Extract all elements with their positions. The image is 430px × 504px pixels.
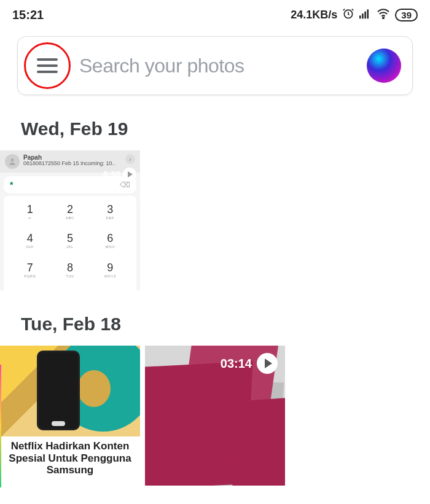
decorative-edge xyxy=(0,365,1,487)
search-bar-container: Search your photos xyxy=(17,36,413,95)
contact-subtitle: 081808172550 Feb 15 Incoming: 10.. xyxy=(23,161,122,167)
search-bar[interactable]: Search your photos xyxy=(17,36,413,95)
wifi-icon xyxy=(377,8,390,22)
photo-thumbnail[interactable]: Netflix Hadirkan Konten Spesial Untuk Pe… xyxy=(0,346,140,486)
video-thumbnail[interactable]: 03:14 xyxy=(145,346,285,486)
date-header: Tue, Feb 18 xyxy=(21,314,430,335)
svg-point-5 xyxy=(383,17,384,18)
status-speed: 24.1KB/s xyxy=(291,9,337,21)
highlight-circle xyxy=(24,42,71,89)
svg-rect-3 xyxy=(365,12,367,19)
svg-point-6 xyxy=(11,158,14,161)
svg-rect-2 xyxy=(362,14,364,18)
news-headline: Netflix Hadirkan Konten Spesial Untuk Pe… xyxy=(0,436,140,486)
play-icon xyxy=(123,168,136,181)
dialer-keypad: 1∞ 2ABC 3DEF 4GHI 5JKL 6MNO 7PQRS 8TUV 9… xyxy=(4,196,136,290)
svg-rect-1 xyxy=(359,15,361,18)
thumb-row: Netflix Hadirkan Konten Spesial Untuk Pe… xyxy=(0,346,430,486)
backspace-icon: ⌫ xyxy=(120,180,130,189)
menu-icon[interactable] xyxy=(37,58,58,73)
person-icon xyxy=(5,154,20,169)
avatar[interactable] xyxy=(367,48,401,83)
photo-thumbnail[interactable]: Papah 081808172550 Feb 15 Incoming: 10..… xyxy=(0,150,140,290)
chevron-right-icon: › xyxy=(125,154,135,164)
date-header: Wed, Feb 19 xyxy=(21,118,430,139)
video-overlay: 03:14 xyxy=(221,353,278,374)
recording-play: 0:50 xyxy=(103,168,136,181)
recording-duration: 0:50 xyxy=(103,169,120,179)
status-time: 15:21 xyxy=(12,8,44,22)
news-image xyxy=(0,346,140,436)
dialer-star: * xyxy=(10,180,13,190)
svg-rect-4 xyxy=(367,9,369,18)
dialer-header: Papah 081808172550 Feb 15 Incoming: 10..… xyxy=(0,150,140,173)
search-input[interactable]: Search your photos xyxy=(79,55,367,77)
status-right: 24.1KB/s 39 xyxy=(291,7,418,23)
video-duration: 03:14 xyxy=(221,357,252,371)
alarm-icon xyxy=(342,7,354,23)
battery-badge: 39 xyxy=(395,9,418,21)
signal-icon xyxy=(359,8,372,22)
status-bar: 15:21 24.1KB/s 39 xyxy=(0,0,430,25)
thumb-row: Papah 081808172550 Feb 15 Incoming: 10..… xyxy=(0,150,430,290)
play-icon xyxy=(257,353,278,374)
